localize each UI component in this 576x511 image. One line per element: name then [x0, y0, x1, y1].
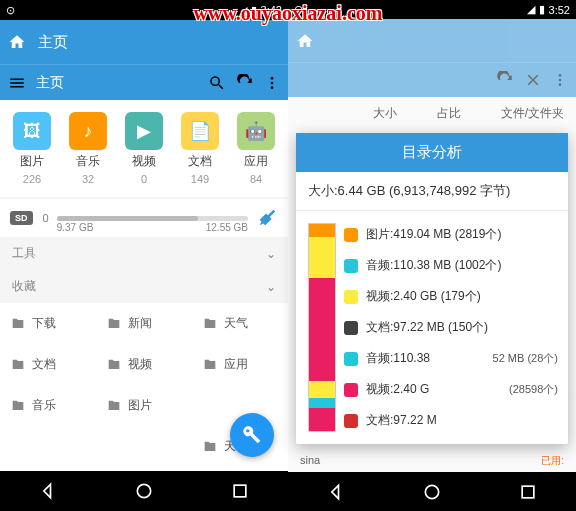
- dialog-title: 目录分析: [296, 133, 568, 172]
- col-files[interactable]: 文件/文件夹: [501, 105, 564, 122]
- favorite-item[interactable]: 新闻: [96, 303, 192, 344]
- home-button[interactable]: [134, 481, 154, 501]
- category-音乐[interactable]: ♪ 音乐 32: [69, 112, 107, 185]
- category-视频[interactable]: ▶ 视频 0: [125, 112, 163, 185]
- home-icon: [296, 32, 314, 50]
- svg-point-0: [271, 77, 274, 80]
- fab-tools[interactable]: [230, 413, 274, 457]
- svg-point-7: [559, 83, 562, 86]
- folder-icon: [106, 357, 122, 373]
- analysis-dialog: 目录分析 大小:6.44 GB (6,913,748,992 字节) 图片:41…: [296, 133, 568, 444]
- legend-text: 文档:97.22 M: [366, 412, 437, 429]
- svg-point-2: [271, 86, 274, 89]
- folder-icon: [106, 398, 122, 414]
- back-button[interactable]: [326, 482, 346, 502]
- svg-point-10: [425, 485, 438, 498]
- chart-segment: [309, 237, 335, 278]
- chart-segment: [309, 408, 335, 431]
- home-button[interactable]: [422, 482, 442, 502]
- category-icon: ▶: [125, 112, 163, 150]
- wifi-icon: ◢: [527, 3, 535, 16]
- chevron-down-icon: ⌄: [266, 247, 276, 261]
- legend-swatch: [344, 321, 358, 335]
- category-label: 视频: [132, 153, 156, 170]
- storage-card[interactable]: SD 0 9.37 GB 12.55 GB: [0, 199, 288, 237]
- recent-button[interactable]: [230, 481, 250, 501]
- category-count: 32: [82, 173, 94, 185]
- favorite-item[interactable]: 下载: [0, 303, 96, 344]
- more-icon: [552, 72, 568, 88]
- time-label: 3:42: [261, 4, 282, 16]
- svg-point-6: [559, 79, 562, 82]
- favorite-item[interactable]: 图片: [96, 385, 192, 426]
- favorite-item[interactable]: 视频: [96, 344, 192, 385]
- nav-bar: [288, 472, 576, 511]
- legend-item[interactable]: 视频:2.40 GB (179个): [340, 281, 560, 312]
- svg-point-5: [559, 74, 562, 77]
- right-screen: ⊙ ◢ ▮ 3:52 大小 占比 文件/文件夹 目录分析 大小:6.44 GB …: [288, 0, 576, 511]
- favorite-label: 应用: [224, 356, 248, 373]
- chart-segment: [309, 224, 335, 236]
- app-bar: 主页: [0, 20, 288, 64]
- legend-item[interactable]: 视频:2.40 G (28598个): [340, 374, 560, 405]
- category-icon: 🤖: [237, 112, 275, 150]
- storage-bar: 9.37 GB 12.55 GB: [57, 216, 248, 221]
- favorite-item[interactable]: 文档: [0, 344, 96, 385]
- nav-bar: [0, 471, 288, 511]
- favorites-header[interactable]: 收藏⌄: [0, 270, 288, 303]
- search-icon[interactable]: [208, 74, 226, 92]
- category-label: 图片: [20, 153, 44, 170]
- recent-button[interactable]: [518, 482, 538, 502]
- category-应用[interactable]: 🤖 应用 84: [237, 112, 275, 185]
- legend-text: 图片:419.04 MB (2819个): [366, 226, 501, 243]
- category-label: 文档: [188, 153, 212, 170]
- back-button[interactable]: [38, 481, 58, 501]
- legend-item[interactable]: 文档:97.22 MB (150个): [340, 312, 560, 343]
- category-count: 0: [141, 173, 147, 185]
- legend-text: 音频:110.38: [366, 350, 430, 367]
- favorite-item[interactable]: 天气: [192, 303, 288, 344]
- tools-header[interactable]: 工具⌄: [0, 237, 288, 270]
- folder-icon: [10, 357, 26, 373]
- more-icon[interactable]: [264, 75, 280, 91]
- favorite-item[interactable]: 音乐: [0, 385, 96, 426]
- legend-text: 视频:2.40 GB (179个): [366, 288, 481, 305]
- legend-text: 文档:97.22 MB (150个): [366, 319, 488, 336]
- clean-icon[interactable]: [256, 207, 278, 229]
- col-size[interactable]: 大小: [373, 105, 397, 122]
- debug-icon: ⊙: [6, 4, 15, 17]
- category-count: 149: [191, 173, 209, 185]
- status-bar: ⊙ ◢ ▮ 3:42: [0, 0, 288, 20]
- legend-text: 视频:2.40 G: [366, 381, 429, 398]
- storage-total: 12.55 GB: [206, 222, 248, 233]
- home-icon[interactable]: [8, 33, 26, 51]
- chart-segment: [309, 398, 335, 408]
- storage-used: 9.37 GB: [57, 222, 94, 233]
- category-count: 226: [23, 173, 41, 185]
- close-icon: [524, 71, 542, 89]
- debug-icon: ⊙: [294, 3, 303, 16]
- legend-text: 音频:110.38 MB (1002个): [366, 257, 501, 274]
- tab-home[interactable]: 主页: [36, 74, 64, 92]
- refresh-icon[interactable]: [236, 74, 254, 92]
- refresh-icon: [496, 71, 514, 89]
- favorite-label: 新闻: [128, 315, 152, 332]
- legend-item[interactable]: 图片:419.04 MB (2819个): [340, 219, 560, 250]
- chart-segment: [309, 278, 335, 382]
- folder-icon: [10, 398, 26, 414]
- signal-icon: ▮: [539, 3, 545, 16]
- col-ratio[interactable]: 占比: [437, 105, 461, 122]
- legend-item[interactable]: 音频:110.38 MB (1002个): [340, 250, 560, 281]
- legend-item[interactable]: 音频:110.38 52 MB (28个): [340, 343, 560, 374]
- category-图片[interactable]: 🖼 图片 226: [13, 112, 51, 185]
- folder-icon: [10, 316, 26, 332]
- sd-zero: 0: [43, 212, 49, 224]
- tab-bar: 主页: [0, 64, 288, 100]
- signal-icon: ▮: [251, 4, 257, 17]
- legend-item[interactable]: 文档:97.22 M: [340, 405, 560, 436]
- tab-bar-dim: [288, 62, 576, 97]
- favorite-item[interactable]: 应用: [192, 344, 288, 385]
- menu-icon[interactable]: [8, 74, 26, 92]
- category-文档[interactable]: 📄 文档 149: [181, 112, 219, 185]
- right-content: 大小 占比 文件/文件夹 目录分析 大小:6.44 GB (6,913,748,…: [288, 97, 576, 472]
